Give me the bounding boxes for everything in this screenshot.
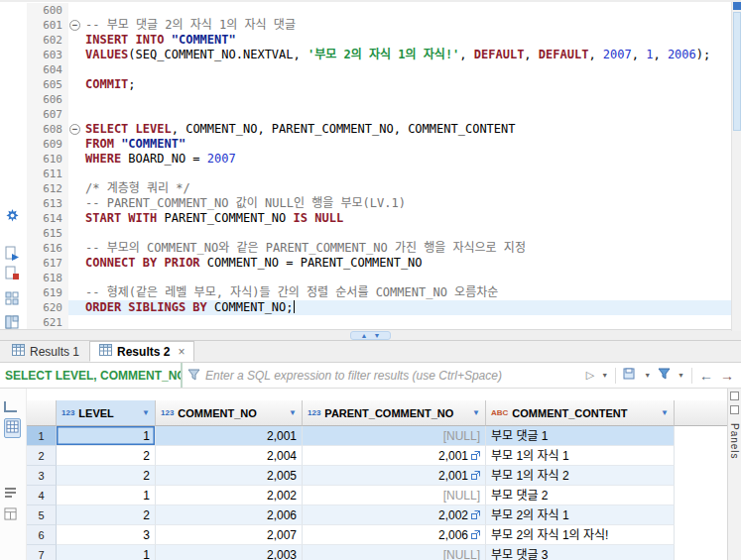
grid-view-icon[interactable] bbox=[4, 418, 21, 438]
editor-line-607[interactable]: 607 bbox=[27, 107, 741, 122]
grid-cell[interactable]: 2 bbox=[57, 446, 156, 466]
grid-cell[interactable]: 2,006 bbox=[303, 525, 486, 545]
column-filter-icon[interactable]: ▼ bbox=[142, 408, 150, 417]
save-filter-dropdown-icon[interactable]: ▼ bbox=[644, 372, 651, 379]
fold-collapse-icon[interactable]: − bbox=[69, 124, 80, 135]
grid-cell[interactable]: 2,001 bbox=[303, 446, 486, 466]
grid-row-7[interactable]: 712,003[NULL]부모 댓글 3 bbox=[27, 545, 727, 560]
editor-line-602[interactable]: 602INSERT INTO "COMMENT" bbox=[27, 33, 741, 48]
active-database-icon[interactable] bbox=[5, 208, 21, 224]
collapse-down-icon[interactable]: ▼ bbox=[374, 332, 381, 339]
editor-line-620[interactable]: 620ORDER SIBLINGS BY COMMENT_NO; bbox=[27, 300, 741, 315]
filter-history-dropdown-icon[interactable]: ▼ bbox=[601, 372, 608, 379]
grid-cell[interactable]: 2,007 bbox=[156, 525, 303, 545]
editor-line-621[interactable]: 621 bbox=[27, 315, 741, 329]
fold-margin[interactable]: − bbox=[68, 18, 82, 33]
panel-toggle-icon[interactable] bbox=[730, 392, 739, 400]
query-reference[interactable]: SELECT LEVEL, COMMENT_NC bbox=[0, 363, 183, 388]
editor-line-604[interactable]: 604 bbox=[27, 62, 741, 77]
row-header[interactable]: 3 bbox=[27, 466, 57, 486]
row-header[interactable]: 1 bbox=[27, 426, 57, 446]
editor-line-609[interactable]: 609FROM "COMMENT" bbox=[27, 137, 741, 152]
grid-row-1[interactable]: 112,001[NULL]부모 댓글 1 bbox=[27, 426, 727, 446]
editor-line-615[interactable]: 615 bbox=[27, 226, 741, 241]
layout-annotation-icon[interactable] bbox=[5, 315, 21, 331]
text-view-icon[interactable] bbox=[4, 488, 17, 502]
open-reference-icon[interactable] bbox=[471, 446, 480, 466]
editor-vertical-scrollbar[interactable] bbox=[731, 2, 741, 331]
record-view-icon[interactable] bbox=[4, 507, 17, 523]
results-tab-1[interactable]: Results 1 bbox=[2, 341, 89, 362]
grid-cell[interactable]: 2 bbox=[57, 505, 156, 525]
grid-cell[interactable]: 2,001 bbox=[303, 466, 486, 486]
grid-row-2[interactable]: 222,0042,001부모 1의 자식 1 bbox=[27, 446, 727, 466]
filter-edit-icon[interactable] bbox=[187, 368, 200, 384]
editor-line-605[interactable]: 605COMMIT; bbox=[27, 77, 741, 92]
editor-line-612[interactable]: 612/* 계층형 쿼리 */ bbox=[27, 181, 741, 196]
grid-cell[interactable]: 부모 1의 자식 2 bbox=[486, 466, 675, 486]
grid-cell[interactable]: 1 bbox=[57, 426, 156, 446]
grid-cell[interactable]: 2,003 bbox=[156, 545, 303, 560]
open-reference-icon[interactable] bbox=[471, 525, 480, 545]
filter-expression-input[interactable]: Enter a SQL expression to filter results… bbox=[205, 369, 579, 383]
editor-line-603[interactable]: 603VALUES(SEQ_COMMENT_NO.NEXTVAL, '부모 2의… bbox=[27, 48, 741, 62]
open-reference-icon[interactable] bbox=[471, 505, 480, 525]
grid-cell[interactable]: [NULL] bbox=[303, 486, 486, 505]
grid-cell[interactable]: 부모 댓글 2 bbox=[486, 486, 675, 505]
column-header-comment_content[interactable]: ABCCOMMENT_CONTENT▼ bbox=[486, 400, 675, 426]
row-header[interactable]: 2 bbox=[27, 446, 57, 466]
column-filter-icon[interactable]: ▼ bbox=[289, 408, 297, 417]
results-tab-2[interactable]: Results 2× bbox=[89, 341, 194, 362]
fold-collapse-icon[interactable]: − bbox=[69, 20, 80, 31]
row-header[interactable]: 5 bbox=[27, 505, 57, 525]
editor-line-611[interactable]: 611 bbox=[27, 167, 741, 181]
data-filters-icon[interactable] bbox=[658, 368, 671, 384]
collapse-up-icon[interactable]: ▲ bbox=[361, 332, 368, 339]
column-filter-icon[interactable]: ▼ bbox=[661, 408, 669, 417]
grid-cell[interactable]: 2,002 bbox=[303, 505, 486, 525]
grid-corner-cell[interactable] bbox=[27, 400, 57, 426]
code-area[interactable]: 600601−-- 부모 댓글 2의 자식 1의 자식 댓글602INSERT … bbox=[27, 2, 741, 329]
close-tab-icon[interactable]: × bbox=[178, 345, 185, 359]
column-header-parent_comment_no[interactable]: 123PARENT_COMMENT_NO▼ bbox=[303, 400, 486, 426]
column-header-comment_no[interactable]: 123COMMENT_NO▼ bbox=[156, 400, 303, 426]
nav-next-icon[interactable]: → bbox=[720, 368, 734, 384]
grid-cell[interactable]: 2 bbox=[57, 466, 156, 486]
row-header[interactable]: 4 bbox=[27, 486, 57, 505]
data-filters-dropdown-icon[interactable]: ▼ bbox=[678, 372, 684, 379]
row-header[interactable]: 7 bbox=[27, 545, 57, 560]
editor-line-618[interactable]: 618 bbox=[27, 271, 741, 285]
row-header[interactable]: 6 bbox=[27, 525, 57, 545]
column-header-level[interactable]: 123LEVEL▼ bbox=[57, 400, 156, 426]
sql-editor[interactable]: 600601−-- 부모 댓글 2의 자식 1의 자식 댓글602INSERT … bbox=[0, 0, 741, 329]
grid-cell[interactable]: 부모 댓글 3 bbox=[486, 545, 675, 560]
grid-cell[interactable]: 2,004 bbox=[156, 446, 303, 466]
result-grid[interactable]: 123LEVEL▼123COMMENT_NO▼123PARENT_COMMENT… bbox=[27, 389, 727, 560]
apply-filter-icon[interactable]: ▷ bbox=[586, 369, 594, 382]
grid-cell[interactable]: 2,002 bbox=[156, 486, 303, 505]
grid-cell[interactable]: 2,001 bbox=[156, 426, 303, 446]
nav-previous-icon[interactable]: ← bbox=[699, 368, 713, 384]
editor-line-606[interactable]: 606 bbox=[27, 92, 741, 107]
panel-menu-icon[interactable] bbox=[730, 405, 739, 414]
editor-line-608[interactable]: 608−SELECT LEVEL, COMMENT_NO, PARENT_COM… bbox=[27, 122, 741, 137]
grid-row-3[interactable]: 322,0052,001부모 1의 자식 2 bbox=[27, 466, 727, 486]
script-error-icon[interactable] bbox=[5, 266, 21, 281]
grid-cell[interactable]: 2,006 bbox=[156, 505, 303, 525]
column-filter-icon[interactable]: ▼ bbox=[472, 408, 480, 417]
value-panel-icon[interactable] bbox=[4, 400, 18, 415]
panels-tab[interactable]: Panels bbox=[729, 423, 740, 460]
editor-line-619[interactable]: 619-- 형제(같은 레벨 부모, 자식)들 간의 정렬 순서를 COMMEN… bbox=[27, 285, 741, 300]
grid-cell[interactable]: 부모 댓글 1 bbox=[486, 426, 675, 446]
grid-cell[interactable]: 1 bbox=[57, 545, 156, 560]
splitter-collapse-buttons[interactable]: ▲ ▼ bbox=[350, 331, 392, 340]
editor-line-610[interactable]: 610WHERE BOARD_NO = 2007 bbox=[27, 152, 741, 167]
editor-line-617[interactable]: 617CONNECT BY PRIOR COMMENT_NO = PARENT_… bbox=[27, 256, 741, 271]
grid-cell[interactable]: [NULL] bbox=[303, 426, 486, 446]
grid-cell[interactable]: 1 bbox=[57, 486, 156, 505]
save-filter-icon[interactable] bbox=[623, 368, 637, 384]
editor-line-614[interactable]: 614START WITH PARENT_COMMENT_NO IS NULL bbox=[27, 211, 741, 226]
grid-cell[interactable]: 부모 2의 자식 1 bbox=[486, 505, 675, 525]
fold-margin[interactable]: − bbox=[68, 122, 82, 137]
execute-script-icon[interactable] bbox=[5, 246, 21, 262]
